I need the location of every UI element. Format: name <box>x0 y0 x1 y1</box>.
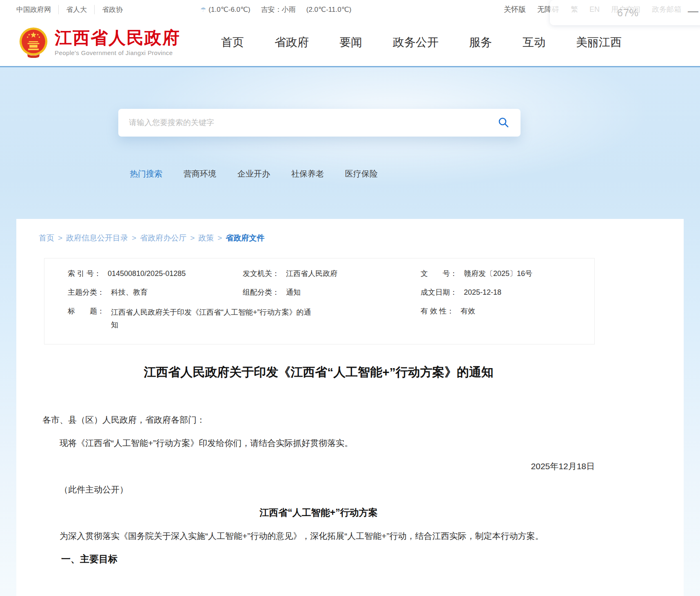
meta-topic-label: 主题分类： <box>68 288 104 296</box>
hot-search-item-business[interactable]: 营商环境 <box>184 168 216 179</box>
breadcrumb-general-office[interactable]: 省政府办公厅 <box>140 233 186 243</box>
meta-group-label: 组配分类： <box>243 288 279 296</box>
weather-widget: ☂ (1.0℃-6.0℃) 吉安：小雨 (2.0℃-11.0℃) <box>200 5 362 14</box>
hot-search-item-social-security[interactable]: 社保养老 <box>291 168 324 179</box>
weather-range-1: (1.0℃-6.0℃) <box>208 5 250 14</box>
meta-date-value: 2025-12-18 <box>464 288 501 296</box>
document-content: 江西省人民政府关于印发《江西省“人工智能+”行动方案》的通知 各市、县（区）人民… <box>42 363 595 571</box>
breadcrumb-policy[interactable]: 政策 <box>198 233 214 243</box>
meta-title-value: 江西省人民政府关于印发《江西省“人工智能+”行动方案》的通知 <box>111 306 315 331</box>
zoom-out-button[interactable]: — <box>688 5 698 18</box>
logo-text: 江西省人民政府 People's Government of Jiangxi P… <box>55 29 180 56</box>
search-box <box>118 109 521 137</box>
nav-item-home[interactable]: 首页 <box>221 35 244 50</box>
search-icon <box>498 117 509 128</box>
document-section-1-heading: 一、主要目标 <box>42 547 595 571</box>
browser-zoom-popup: 67% — <box>550 0 700 25</box>
site-header: 江西省人民政府 People's Government of Jiangxi P… <box>0 19 700 67</box>
breadcrumb-current[interactable]: 省政府文件 <box>226 233 264 243</box>
nav-item-beautiful-jiangxi[interactable]: 美丽江西 <box>576 35 622 50</box>
nav-item-provincial-gov[interactable]: 省政府 <box>275 35 309 50</box>
meta-title: 标 题：江西省人民政府关于印发《江西省“人工智能+”行动方案》的通知 <box>44 302 421 336</box>
breadcrumb-info-catalog[interactable]: 政府信息公开目录 <box>66 233 128 243</box>
meta-validity: 有 效 性：有效 <box>421 302 594 336</box>
document-paragraph-2: 为深入贯彻落实《国务院关于深入实施“人工智能+”行动的意见》，深化拓展“人工智能… <box>42 524 595 547</box>
document-salutation: 各市、县（区）人民政府，省政府各部门： <box>42 408 595 431</box>
hot-search-row: 热门搜索 营商环境 企业开办 社保养老 医疗保险 <box>130 168 399 179</box>
meta-group-value: 通知 <box>286 288 301 296</box>
meta-topic: 主题分类：科技、教育 <box>44 283 243 302</box>
document-subtitle: 江西省“人工智能+”行动方案 <box>42 501 595 524</box>
content-card: 首页 > 政府信息公开目录 > 省政府办公厅 > 政策 > 省政府文件 索 引 … <box>16 219 684 596</box>
nav-item-news[interactable]: 要闻 <box>339 35 362 50</box>
meta-docnum: 文 号：赣府发〔2025〕16号 <box>421 264 594 283</box>
weather-icon: ☂ <box>200 6 206 13</box>
nav-item-services[interactable]: 服务 <box>469 35 492 50</box>
topbar-link-china-gov[interactable]: 中国政府网 <box>16 5 58 14</box>
meta-issuer: 发文机关：江西省人民政府 <box>243 264 421 283</box>
hot-search-label: 热门搜索 <box>130 168 162 179</box>
breadcrumb-home[interactable]: 首页 <box>39 233 54 243</box>
search-button[interactable] <box>493 113 514 132</box>
meta-group: 组配分类：通知 <box>243 283 421 302</box>
document-paragraph-1: 现将《江西省“人工智能+”行动方案》印发给你们，请结合实际抓好贯彻落实。 <box>42 431 595 455</box>
site-name: 江西省人民政府 <box>55 29 180 47</box>
document-meta-table: 索 引 号：014500810/2025-01285 发文机关：江西省人民政府 … <box>44 258 595 344</box>
meta-validity-value: 有效 <box>461 307 475 315</box>
meta-docnum-value: 赣府发〔2025〕16号 <box>464 269 532 278</box>
zoom-level-value: 67% <box>617 7 639 19</box>
site-name-english: People's Government of Jiangxi Province <box>55 49 180 56</box>
weather-range-2: (2.0℃-11.0℃) <box>306 5 352 14</box>
breadcrumb: 首页 > 政府信息公开目录 > 省政府办公厅 > 政策 > 省政府文件 <box>39 233 684 243</box>
nav-item-interaction[interactable]: 互动 <box>523 35 545 50</box>
meta-issuer-value: 江西省人民政府 <box>286 269 337 278</box>
hero-section: 热门搜索 营商环境 企业开办 社保养老 医疗保险 <box>0 67 700 219</box>
hot-search-item-medical[interactable]: 医疗保险 <box>345 168 378 179</box>
meta-topic-value: 科技、教育 <box>111 288 148 296</box>
meta-index-value: 014500810/2025-01285 <box>108 269 186 278</box>
meta-validity-label: 有 效 性： <box>421 307 454 315</box>
document-public-note: （此件主动公开） <box>42 478 595 501</box>
breadcrumb-separator: > <box>132 234 136 243</box>
document-date: 2025年12月18日 <box>42 455 595 478</box>
meta-index: 索 引 号：014500810/2025-01285 <box>44 264 243 283</box>
meta-date: 成文日期：2025-12-18 <box>421 283 594 302</box>
document-title: 江西省人民政府关于印发《江西省“人工智能+”行动方案》的通知 <box>42 363 595 381</box>
breadcrumb-separator: > <box>190 234 195 243</box>
search-input[interactable] <box>129 118 493 127</box>
topbar-link-cppcc[interactable]: 省政协 <box>94 5 130 14</box>
nav-item-gov-affairs[interactable]: 政务公开 <box>393 35 439 50</box>
topbar-link-care-version[interactable]: 关怀版 <box>504 4 526 14</box>
meta-issuer-label: 发文机关： <box>243 269 279 278</box>
meta-index-label: 索 引 号： <box>68 269 101 278</box>
document-body: 各市、县（区）人民政府，省政府各部门： 现将《江西省“人工智能+”行动方案》印发… <box>42 408 595 571</box>
breadcrumb-separator: > <box>217 234 222 243</box>
meta-docnum-label: 文 号： <box>421 269 457 278</box>
meta-title-label: 标 题： <box>68 307 104 315</box>
meta-date-label: 成文日期： <box>421 288 457 296</box>
topbar-link-provincial-congress[interactable]: 省人大 <box>58 5 94 14</box>
weather-city: 吉安：小雨 <box>261 5 296 14</box>
site-logo[interactable]: 江西省人民政府 People's Government of Jiangxi P… <box>18 27 180 58</box>
hot-search-item-startup[interactable]: 企业开办 <box>237 168 270 179</box>
topbar-left-links: 中国政府网 省人大 省政协 <box>16 5 130 14</box>
main-nav: 首页 省政府 要闻 政务公开 服务 互动 美丽江西 <box>221 35 622 50</box>
breadcrumb-separator: > <box>58 234 62 243</box>
national-emblem-icon <box>18 27 49 58</box>
